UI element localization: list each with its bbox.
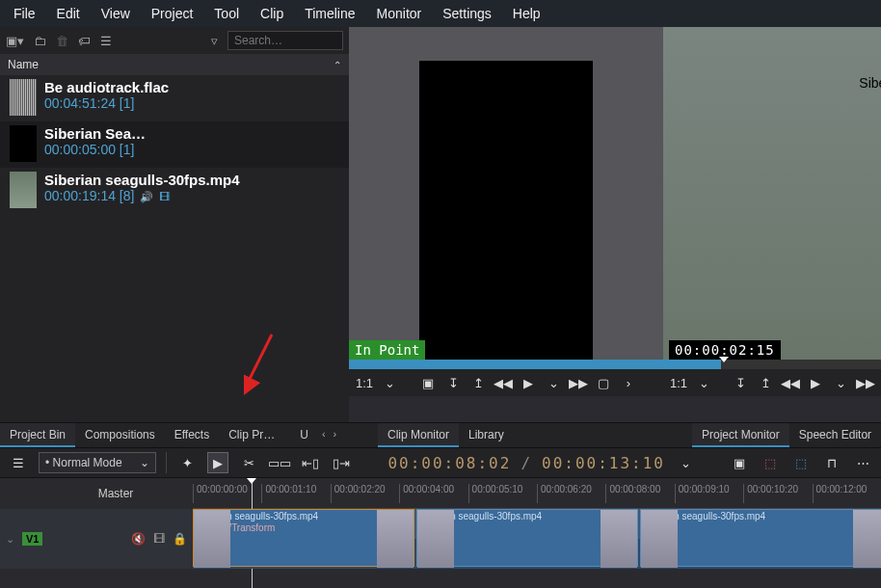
fastfwd-icon[interactable]: ▶▶	[569, 376, 588, 390]
track-body-v1[interactable]: Siberian seagulls-30fps.mp4Fade in/Trans…	[193, 509, 881, 569]
menu-timeline[interactable]: Timeline	[295, 2, 364, 25]
tab[interactable]: Project Monitor	[692, 423, 789, 447]
hamburger-icon[interactable]: ☰	[8, 452, 29, 473]
zoom-level[interactable]: 1:1	[669, 376, 688, 390]
menu-monitor[interactable]: Monitor	[367, 2, 432, 25]
tab[interactable]: Clip Proper…	[219, 423, 290, 447]
menu-edit[interactable]: Edit	[47, 2, 90, 25]
film-icon[interactable]: 🎞	[153, 532, 165, 546]
project-monitor-view[interactable]: Siber 00:00:02:15	[663, 27, 881, 360]
search-input[interactable]	[227, 31, 343, 50]
timeline-clip[interactable]: Siberian seagulls-30fps.mp4Fade in/Trans…	[193, 509, 414, 567]
chevron-down-icon[interactable]: ⌄	[6, 533, 14, 546]
menu-clip[interactable]: Clip	[251, 2, 293, 25]
current-timecode: 00:00:08:02	[387, 454, 511, 472]
clip-monitor-view[interactable]: In Point	[349, 27, 663, 360]
razor-tool[interactable]: ✂	[238, 452, 259, 473]
chevron-down-icon[interactable]: ⌄	[544, 376, 563, 390]
clip-title: Siberian seagulls-30fps.mp4	[44, 172, 240, 188]
menu-settings[interactable]: Settings	[433, 2, 501, 25]
fastfwd-icon[interactable]: ▶▶	[856, 376, 875, 390]
ruler-tick: 00:00:06:20	[537, 484, 592, 503]
chevron-down-icon[interactable]: ⌄	[694, 376, 713, 390]
clip-title: Be audiotrack.flac	[44, 79, 169, 95]
overwrite-tool[interactable]: ▯⇥	[331, 452, 352, 473]
menu-tool[interactable]: Tool	[204, 2, 249, 25]
tab[interactable]: U	[290, 423, 318, 447]
set-out-icon[interactable]: ↥	[756, 376, 775, 390]
menu-help[interactable]: Help	[503, 2, 550, 25]
clip-scrubbar[interactable]	[349, 360, 663, 369]
add-clip-icon[interactable]: ▣▾	[6, 34, 24, 48]
bin-item[interactable]: Be audiotrack.flac00:04:51:24 [1]	[0, 75, 349, 121]
clip-thumb	[601, 510, 637, 568]
trash-icon[interactable]: 🗑	[56, 34, 68, 48]
list-icon[interactable]: ☰	[100, 34, 112, 48]
rewind-icon[interactable]: ◀◀	[781, 376, 800, 390]
bin-header-label: Name	[8, 58, 39, 71]
chevron-right-icon[interactable]: ›	[619, 376, 638, 390]
more-icon[interactable]: ⋯	[852, 452, 873, 473]
master-label: Master	[98, 487, 134, 500]
track-header-v1[interactable]: ⌄ V1 🔇 🎞 🔒	[0, 509, 193, 569]
zone-icon[interactable]: ▣	[729, 452, 750, 473]
menu-project[interactable]: Project	[142, 2, 203, 25]
mute-icon[interactable]: 🔇	[131, 532, 146, 546]
lock-icon[interactable]: 🔒	[173, 532, 187, 546]
filter-icon[interactable]: ▿	[211, 34, 218, 48]
tab[interactable]: Speech Editor	[789, 423, 881, 447]
ruler-tick: 00:00:00:00	[193, 484, 248, 503]
ruler-tick: 00:00:08:00	[605, 484, 660, 503]
insert-tool[interactable]: ⇤▯	[300, 452, 321, 473]
clip-meta: 00:04:51:24 [1]	[44, 95, 169, 111]
fullscreen-icon[interactable]: ▣	[418, 376, 438, 390]
magic-icon[interactable]: ✦	[176, 452, 198, 473]
menu-file[interactable]: File	[4, 2, 45, 25]
tab[interactable]: Library	[459, 423, 514, 447]
menubar: File Edit View Project Tool Clip Timelin…	[0, 0, 881, 27]
pointer-tool[interactable]: ▶	[207, 452, 228, 473]
set-in-icon[interactable]: ↧	[443, 376, 463, 390]
clip-thumb	[194, 510, 230, 568]
tag-icon[interactable]: 🏷	[78, 34, 91, 48]
timeline: Master 00:00:00:0000:00:01:1000:00:02:20…	[0, 478, 881, 588]
zoom-level[interactable]: 1:1	[355, 376, 374, 390]
tab[interactable]: Compositions	[75, 423, 165, 447]
crop-icon[interactable]: ▢	[594, 376, 613, 390]
tab-nav-prev[interactable]: ‹	[318, 423, 330, 447]
play-icon[interactable]: ▶	[519, 376, 538, 390]
thumbnail	[10, 125, 37, 162]
clip-title: Siberian Sea…	[44, 125, 146, 142]
folder-icon[interactable]: 🗀	[34, 34, 46, 48]
chevron-down-icon[interactable]: ⌄	[831, 376, 850, 390]
project-scrubbar[interactable]	[663, 360, 881, 369]
project-monitor-tabs: Project MonitorSpeech EditorProject N	[692, 422, 881, 447]
bin-column-header[interactable]: Name ⌃	[0, 54, 349, 75]
spacer-tool[interactable]: ▭▭	[269, 452, 290, 473]
menu-view[interactable]: View	[92, 2, 140, 25]
timeline-clip[interactable]: Siberian seagulls-30fps.mp4	[416, 509, 638, 567]
bin-item[interactable]: Siberian seagulls-30fps.mp400:00:19:14 […	[0, 168, 349, 214]
edit-mode-combo[interactable]: • Normal Mode⌄	[39, 452, 156, 473]
timeline-ruler[interactable]: 00:00:00:0000:00:01:1000:00:02:2000:00:0…	[193, 478, 881, 509]
collapse-icon[interactable]: ⌃	[334, 60, 341, 70]
play-icon[interactable]: ▶	[806, 376, 825, 390]
mix-icon[interactable]: ⬚	[760, 452, 781, 473]
chevron-down-icon[interactable]: ⌄	[675, 452, 696, 473]
timeline-clip[interactable]: Siberian seagulls-30fps.mp4	[640, 509, 881, 567]
clip-thumb	[853, 510, 881, 568]
set-in-icon[interactable]: ↧	[731, 376, 750, 390]
tab[interactable]: Clip Monitor	[378, 423, 459, 447]
master-track-header[interactable]: Master	[0, 478, 193, 509]
chevron-down-icon[interactable]: ⌄	[380, 376, 399, 390]
rewind-icon[interactable]: ◀◀	[494, 376, 513, 390]
tab-nav-next[interactable]: ›	[330, 423, 341, 447]
bin-item[interactable]: Siberian Sea…00:00:05:00 [1]	[0, 121, 349, 168]
snap-icon[interactable]: ⊓	[821, 452, 842, 473]
mix2-icon[interactable]: ⬚	[790, 452, 812, 473]
in-point-marker: In Point	[349, 340, 425, 360]
tab[interactable]: Effects	[165, 423, 219, 447]
set-out-icon[interactable]: ↥	[468, 376, 488, 390]
clip-monitor-tabs: Clip MonitorLibrary	[378, 422, 692, 447]
tab[interactable]: Project Bin	[0, 423, 75, 447]
